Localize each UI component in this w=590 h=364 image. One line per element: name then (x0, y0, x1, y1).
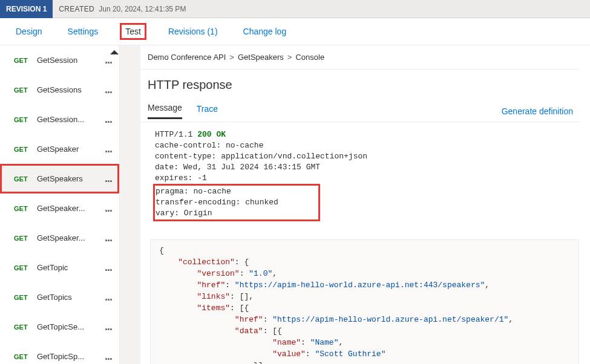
http-method: GET (14, 235, 37, 242)
operation-name: GetSpeaker (37, 145, 99, 154)
page-title: HTTP response (140, 70, 579, 100)
chevron-right-icon: > (287, 53, 292, 62)
chevron-right-icon: > (229, 53, 234, 62)
operation-item[interactable]: GETGetSession... (0, 45, 119, 75)
breadcrumb-api[interactable]: Demo Conference API (148, 53, 226, 62)
status-code: 200 OK (197, 130, 226, 139)
http-method: GET (14, 57, 37, 64)
tabs-row: Design Settings Test Revisions (1) Chang… (0, 18, 590, 45)
more-icon[interactable]: ... (99, 113, 117, 126)
more-icon[interactable]: ... (99, 232, 117, 244)
header-transfer-encoding: transfer-encoding: chunked (156, 198, 278, 207)
breadcrumb-console: Console (295, 53, 324, 62)
operation-name: GetSession... (37, 115, 99, 124)
header-date: date: Wed, 31 Jul 2024 16:43:15 GMT (155, 163, 320, 172)
operation-name: GetSession (37, 56, 99, 65)
http-method: GET (14, 205, 37, 212)
breadcrumb-operation[interactable]: GetSpeakers (238, 53, 284, 62)
header-cache-control: cache-control: no-cache (155, 141, 263, 150)
header-expires: expires: -1 (155, 174, 207, 183)
tab-revisions[interactable]: Revisions (1) (165, 25, 221, 38)
operation-item[interactable]: GETGetSpeaker... (0, 134, 119, 164)
highlighted-headers: pragma: no-cache transfer-encoding: chun… (153, 184, 320, 221)
operation-item[interactable]: GETGetTopic... (0, 253, 119, 282)
header-content-type: content-type: application/vnd.collection… (155, 152, 367, 161)
scroll-up-icon[interactable] (110, 49, 119, 55)
more-icon[interactable]: ... (99, 320, 117, 333)
operation-name: GetSpeaker... (37, 233, 99, 242)
operation-item[interactable]: GETGetSpeakers... (0, 164, 119, 193)
http-method: GET (14, 175, 37, 183)
operation-name: GetTopicSe... (37, 322, 99, 331)
response-json: { "collection": { "version": "1.0", "hre… (150, 239, 579, 364)
revision-timestamp: Jun 20, 2024, 12:41:35 PM (99, 5, 186, 13)
content-area: Demo Conference API > GetSpeakers > Cons… (120, 45, 590, 364)
http-method: GET (14, 264, 37, 271)
more-icon[interactable]: ... (99, 261, 117, 274)
more-icon[interactable]: ... (99, 350, 117, 363)
sub-tab-message[interactable]: Message (148, 103, 182, 119)
operation-item[interactable]: GETGetTopics... (0, 282, 119, 312)
http-version: HTTP/1.1 (155, 130, 197, 139)
tab-test[interactable]: Test (120, 23, 146, 40)
tab-design[interactable]: Design (12, 25, 46, 38)
http-method: GET (14, 116, 37, 123)
tab-change-log[interactable]: Change log (240, 25, 290, 38)
operation-name: GetSessions (37, 85, 99, 94)
header-vary: vary: Origin (156, 209, 212, 218)
more-icon[interactable]: ... (99, 291, 117, 304)
operation-name: GetTopic (37, 263, 99, 272)
more-icon[interactable]: ... (99, 143, 117, 155)
operation-item[interactable]: GETGetTopicSp...... (0, 342, 119, 364)
revision-created-label: CREATED (59, 5, 94, 13)
http-method: GET (14, 86, 37, 94)
more-icon[interactable]: ... (99, 54, 117, 67)
more-icon[interactable]: ... (99, 172, 117, 185)
http-method: GET (14, 146, 37, 153)
http-method: GET (14, 353, 37, 360)
operation-name: GetSpeaker... (37, 204, 99, 213)
breadcrumb: Demo Conference API > GetSpeakers > Cons… (140, 45, 579, 70)
revision-badge[interactable]: REVISION 1 (0, 0, 53, 18)
response-headers: HTTP/1.1 200 OK cache-control: no-cache … (140, 122, 579, 364)
operation-item[interactable]: GETGetTopicSe...... (0, 312, 119, 342)
operation-item[interactable]: GETGetSession...... (0, 105, 119, 134)
more-icon[interactable]: ... (99, 83, 117, 96)
operation-name: GetTopicSp... (37, 352, 99, 361)
operations-sidebar: GETGetSession...GETGetSessions...GETGetS… (0, 45, 120, 364)
revision-bar: REVISION 1 CREATED Jun 20, 2024, 12:41:3… (0, 0, 590, 18)
scroll-track[interactable] (120, 45, 140, 364)
operation-item[interactable]: GETGetSessions... (0, 75, 119, 105)
tab-settings[interactable]: Settings (64, 25, 102, 38)
revision-created-text: CREATED Jun 20, 2024, 12:41:35 PM (59, 5, 186, 13)
sub-tab-trace[interactable]: Trace (197, 104, 218, 119)
more-icon[interactable]: ... (99, 202, 117, 215)
http-method: GET (14, 323, 37, 331)
header-pragma: pragma: no-cache (156, 187, 231, 196)
generate-definition-link[interactable]: Generate definition (502, 106, 573, 116)
operation-item[interactable]: GETGetSpeaker...... (0, 193, 119, 223)
http-method: GET (14, 294, 37, 301)
operation-name: GetTopics (37, 293, 99, 302)
operation-item[interactable]: GETGetSpeaker...... (0, 223, 119, 253)
response-tabs: Message Trace Generate definition (140, 100, 579, 122)
operation-name: GetSpeakers (37, 174, 99, 183)
